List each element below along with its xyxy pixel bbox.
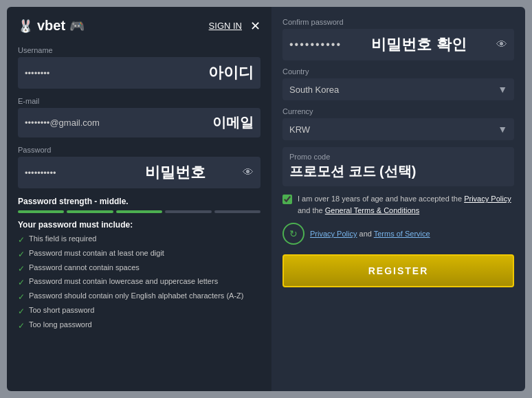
password-input[interactable] bbox=[25, 168, 107, 178]
req-text-2: Password must contain at least one digit bbox=[29, 248, 164, 258]
password-korean-label: 비밀번호 bbox=[145, 162, 206, 183]
confirm-password-korean: 비밀번호 확인 bbox=[371, 34, 466, 55]
req-1: ✓ This field is required bbox=[18, 234, 261, 246]
strength-segment-5 bbox=[214, 210, 261, 213]
promo-korean-label: 프로모션 코드 (선택) bbox=[289, 164, 416, 179]
confirm-password-dots: •••••••••• bbox=[289, 38, 342, 51]
country-group: Country South Korea ▼ bbox=[282, 67, 514, 100]
currency-dropdown-arrow: ▼ bbox=[498, 124, 507, 135]
logo-rabbit-icon: 🐰 bbox=[18, 19, 33, 34]
recaptcha-terms-link[interactable]: Terms of Service bbox=[374, 230, 430, 238]
confirm-password-group: Confirm password •••••••••• 비밀번호 확인 👁 bbox=[282, 18, 514, 60]
strength-bar bbox=[18, 210, 261, 213]
register-button[interactable]: REGISTER bbox=[282, 254, 514, 287]
confirm-password-label: Confirm password bbox=[282, 18, 514, 26]
username-field-row: 아이디 bbox=[18, 57, 261, 89]
password-group: Password 비밀번호 👁 bbox=[18, 146, 261, 188]
currency-dropdown[interactable]: KRW ▼ bbox=[282, 118, 514, 140]
country-dropdown-arrow: ▼ bbox=[498, 84, 507, 95]
terms-text-1: I am over 18 years of age and have accep… bbox=[298, 195, 462, 203]
username-group: Username 아이디 bbox=[18, 46, 261, 89]
req-2: ✓ Password must contain at least one dig… bbox=[18, 248, 261, 261]
header-right: SIGN IN ✕ bbox=[209, 19, 261, 34]
email-input[interactable] bbox=[25, 118, 135, 128]
recaptcha-privacy-link[interactable]: Privacy Policy bbox=[310, 230, 357, 238]
req-text-3: Password cannot contain spaces bbox=[29, 263, 140, 273]
promo-code-group: Promo code 프로모션 코드 (선택) bbox=[282, 147, 514, 186]
req-text-4: Password must contain lowercase and uppe… bbox=[29, 276, 218, 287]
terms-text: I am over 18 years of age and have accep… bbox=[298, 193, 514, 216]
right-panel: Confirm password •••••••••• 비밀번호 확인 👁 Co… bbox=[271, 7, 525, 391]
promo-label: Promo code bbox=[289, 153, 416, 161]
left-header: 🐰 vbet 🎮 SIGN IN ✕ bbox=[18, 18, 261, 34]
req-7: ✓ Too long password bbox=[18, 320, 261, 332]
close-button[interactable]: ✕ bbox=[250, 19, 261, 34]
check-icon-6: ✓ bbox=[18, 306, 25, 318]
recaptcha-icon: ↻ bbox=[282, 223, 304, 245]
req-6: ✓ Too short password bbox=[18, 305, 261, 318]
strength-segment-1 bbox=[18, 210, 64, 213]
confirm-password-row: •••••••••• 비밀번호 확인 👁 bbox=[282, 29, 514, 60]
password-eye-icon[interactable]: 👁 bbox=[243, 166, 254, 179]
left-panel: 🐰 vbet 🎮 SIGN IN ✕ Username 아이디 E-mail 이… bbox=[7, 7, 271, 391]
password-label: Password bbox=[18, 146, 261, 154]
country-dropdown[interactable]: South Korea ▼ bbox=[282, 78, 514, 100]
recaptcha-text: Privacy Policy and Terms of Service bbox=[310, 230, 430, 238]
req-text-7: Too long password bbox=[29, 320, 92, 330]
general-terms-link[interactable]: General Terms & Conditions bbox=[325, 206, 419, 214]
req-5: ✓ Password should contain only English a… bbox=[18, 291, 261, 303]
strength-title: Password strength - middle. bbox=[18, 197, 261, 206]
confirm-eye-icon[interactable]: 👁 bbox=[496, 38, 507, 51]
username-input[interactable] bbox=[25, 68, 107, 78]
terms-checkbox[interactable] bbox=[282, 195, 292, 204]
sign-in-link[interactable]: SIGN IN bbox=[209, 21, 242, 31]
check-icon-5: ✓ bbox=[18, 291, 25, 303]
privacy-policy-link[interactable]: Privacy Policy bbox=[464, 195, 511, 203]
check-icon-7: ✓ bbox=[18, 320, 25, 332]
strength-segment-2 bbox=[67, 210, 113, 213]
currency-value: KRW bbox=[289, 124, 310, 135]
recaptcha-row: ↻ Privacy Policy and Terms of Service bbox=[282, 223, 514, 245]
req-text-1: This field is required bbox=[29, 234, 96, 244]
username-label: Username bbox=[18, 46, 261, 54]
strength-segment-3 bbox=[116, 210, 162, 213]
email-label: E-mail bbox=[18, 97, 261, 105]
check-icon-2: ✓ bbox=[18, 249, 25, 261]
req-4: ✓ Password must contain lowercase and up… bbox=[18, 276, 261, 289]
currency-group: Currency KRW ▼ bbox=[282, 107, 514, 140]
password-strength-section: Password strength - middle. Your passwor… bbox=[18, 197, 261, 332]
password-field-row: 비밀번호 👁 bbox=[18, 157, 261, 188]
check-icon-4: ✓ bbox=[18, 277, 25, 289]
email-field-row: 이메일 bbox=[18, 108, 261, 137]
username-korean-label: 아이디 bbox=[208, 63, 254, 83]
logo-text: vbet bbox=[37, 18, 65, 34]
logo-game-icon: 🎮 bbox=[69, 19, 85, 34]
check-icon-1: ✓ bbox=[18, 234, 25, 246]
recaptcha-and: and bbox=[359, 230, 372, 238]
terms-checkbox-row: I am over 18 years of age and have accep… bbox=[282, 193, 514, 216]
strength-segment-4 bbox=[165, 210, 211, 213]
req-text-6: Too short password bbox=[29, 305, 94, 316]
must-include-title: Your password must include: bbox=[18, 220, 261, 230]
and-text: and the bbox=[298, 206, 323, 214]
req-text-5: Password should contain only English alp… bbox=[29, 291, 243, 301]
currency-label: Currency bbox=[282, 107, 514, 115]
req-3: ✓ Password cannot contain spaces bbox=[18, 263, 261, 275]
email-group: E-mail 이메일 bbox=[18, 97, 261, 137]
country-value: South Korea bbox=[289, 85, 339, 95]
logo-area: 🐰 vbet 🎮 bbox=[18, 18, 85, 34]
check-icon-3: ✓ bbox=[18, 263, 25, 275]
country-label: Country bbox=[282, 67, 514, 76]
email-korean-label: 이메일 bbox=[212, 113, 254, 132]
